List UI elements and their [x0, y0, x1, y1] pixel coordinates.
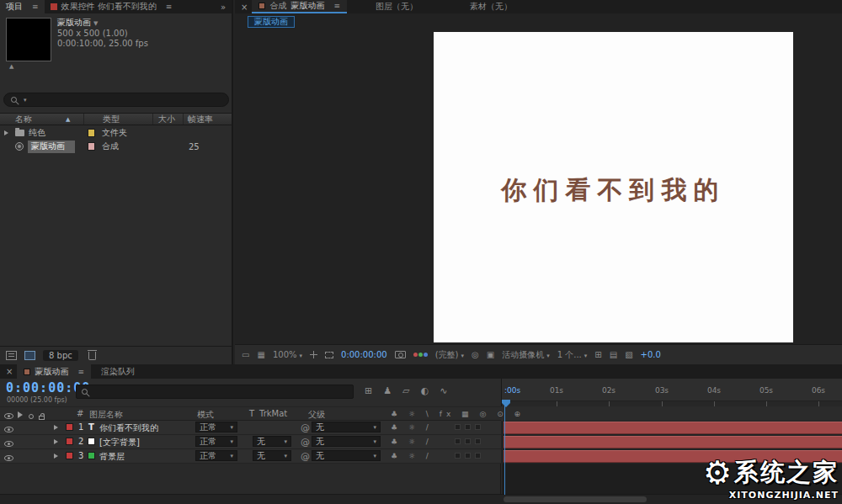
comp-breadcrumb-pill[interactable]: 蒙版动画 — [248, 16, 295, 28]
always-preview-icon[interactable]: ▭ — [242, 350, 249, 359]
layer-row-1[interactable]: 1 T 你们看不到我的 正常▾ @ 无▾ ♣ ☼ / — [0, 421, 842, 435]
active-camera-dropdown[interactable]: 活动摄像机▾ — [502, 349, 550, 361]
region-of-interest-icon[interactable] — [325, 352, 333, 358]
layer-switches-icons[interactable]: ♣ ☼ / — [391, 423, 433, 432]
expander-icon[interactable] — [4, 130, 11, 135]
parent-pickwhip-icon[interactable]: @ — [301, 451, 310, 462]
horizontal-scrollbar[interactable] — [504, 496, 647, 502]
composition-canvas[interactable]: 你们看不到我的 — [434, 32, 793, 342]
layer-expander-icon[interactable] — [54, 454, 61, 459]
switch-box[interactable] — [465, 453, 471, 459]
resolution-dropdown[interactable]: (完整)▾ — [435, 349, 464, 361]
switch-box[interactable] — [455, 424, 461, 430]
label-color-chip[interactable] — [88, 129, 95, 137]
column-type[interactable]: 类型 — [84, 114, 153, 125]
item-name[interactable]: 蒙版动画 — [28, 141, 75, 153]
comp-thumbnail[interactable] — [7, 19, 51, 61]
tab-effect-controls[interactable]: 效果控件 你们看不到我的 ≡ — [45, 0, 179, 13]
project-row-comp[interactable]: 蒙版动画 合成 25 — [0, 140, 232, 153]
visibility-eye-icon[interactable] — [4, 438, 13, 449]
exposure-value[interactable]: +0.0 — [641, 350, 661, 359]
tab-overflow-button[interactable]: » — [215, 0, 232, 13]
tab-footage[interactable]: 素材（无） — [463, 0, 519, 13]
transparency-grid-icon[interactable]: ▣ — [487, 350, 494, 359]
layer-expander-icon[interactable] — [54, 425, 61, 430]
interpret-footage-icon[interactable] — [6, 351, 17, 360]
create-folder-icon[interactable] — [24, 351, 35, 360]
time-ruler[interactable]: :00s 01s 02s 03s 04s 05s 06s — [501, 379, 842, 406]
close-icon[interactable]: × — [235, 0, 252, 13]
panel-menu-icon[interactable]: ≡ — [32, 3, 39, 11]
draft-3d-icon[interactable]: ♟ — [383, 385, 392, 396]
visibility-eye-icon[interactable] — [4, 453, 13, 464]
switch-box[interactable] — [455, 453, 461, 459]
comp-flowchart-icon[interactable]: ⊞ — [365, 385, 372, 396]
column-name[interactable]: 名称 ▲ — [0, 114, 84, 125]
shy-layers-icon[interactable]: ▱ — [402, 385, 409, 396]
fast-previews-icon[interactable]: ▤ — [610, 350, 617, 359]
blend-mode-dropdown[interactable]: 正常▾ — [195, 450, 237, 461]
trkmat-dropdown[interactable]: 无▾ — [253, 436, 291, 447]
visibility-eye-icon[interactable] — [4, 424, 13, 435]
zoom-dropdown[interactable]: 100%▾ — [273, 350, 302, 359]
magnification-grid-icon[interactable]: ▦ — [257, 350, 264, 359]
switch-box[interactable] — [475, 453, 481, 459]
pixel-aspect-icon[interactable]: ⊞ — [594, 350, 601, 359]
show-channels-icon[interactable] — [413, 353, 428, 357]
column-fps[interactable]: 帧速率 — [184, 114, 222, 125]
tab-composition[interactable]: 合成 蒙版动画 ≡ — [252, 0, 347, 13]
switch-box[interactable] — [475, 424, 481, 430]
layer-row-2[interactable]: 2 [文字背景] 正常▾ 无▾ @ 无▾ ♣ ☼ / — [0, 435, 842, 449]
col-t-label: T — [249, 409, 254, 418]
close-icon[interactable]: × — [0, 364, 17, 379]
switch-box[interactable] — [455, 438, 461, 444]
guides-crosshair-icon[interactable] — [310, 351, 317, 358]
tab-project[interactable]: 项目 ≡ — [0, 0, 45, 13]
parent-dropdown[interactable]: 无▾ — [312, 422, 381, 432]
layer-name[interactable]: 背景层 — [99, 451, 125, 463]
layer-row-left: 2 [文字背景] 正常▾ 无▾ @ 无▾ ♣ ☼ / — [0, 435, 501, 449]
parent-dropdown[interactable]: 无▾ — [312, 450, 381, 461]
layer-name[interactable]: 你们看不到我的 — [99, 422, 158, 434]
project-search-input[interactable]: ▾ — [3, 93, 229, 107]
label-color-chip[interactable] — [88, 142, 95, 151]
panel-menu-icon[interactable]: ≡ — [333, 2, 340, 10]
layer-switches-icons[interactable]: ♣ ☼ / — [391, 438, 433, 446]
column-size[interactable]: 大小 — [153, 114, 184, 125]
layer-duration-bar[interactable] — [504, 436, 842, 448]
timeline-flow-icon[interactable]: ▧ — [625, 350, 632, 359]
layer-expander-icon[interactable] — [54, 439, 61, 444]
layer-label-chip[interactable] — [66, 438, 73, 445]
tab-layer[interactable]: 图层（无） — [369, 0, 424, 13]
layer-switches-icons[interactable]: ♣ ☼ / — [391, 452, 433, 460]
panel-menu-icon[interactable]: ≡ — [166, 3, 173, 11]
tab-render-queue[interactable]: 渲染队列 — [91, 364, 145, 379]
comp-info-name[interactable]: 蒙版动画▼ — [57, 18, 148, 29]
layer-label-chip[interactable] — [66, 423, 73, 431]
view-layout-dropdown[interactable]: 1 个...▾ — [557, 349, 588, 361]
snapshot-camera-icon[interactable] — [395, 351, 406, 358]
parent-pickwhip-icon[interactable]: @ — [301, 437, 310, 448]
target-icon[interactable]: ◎ — [472, 350, 479, 359]
playhead-line[interactable] — [504, 401, 505, 495]
parent-pickwhip-icon[interactable]: @ — [301, 422, 310, 433]
layer-duration-bar[interactable] — [504, 422, 842, 434]
project-row-solids-folder[interactable]: 纯色 文件夹 — [0, 126, 232, 140]
switch-box[interactable] — [475, 438, 481, 444]
frame-blending-icon[interactable]: ◐ — [421, 385, 429, 396]
blend-mode-dropdown[interactable]: 正常▾ — [195, 422, 237, 432]
switch-box[interactable] — [465, 424, 471, 430]
bit-depth-button[interactable]: 8 bpc — [43, 350, 78, 361]
panel-menu-icon[interactable]: ≡ — [77, 368, 84, 376]
motion-blur-icon[interactable]: ∿ — [440, 385, 447, 396]
trash-icon[interactable] — [88, 352, 96, 360]
parent-dropdown[interactable]: 无▾ — [312, 436, 381, 447]
viewer-timecode[interactable]: 0:00:00:00 — [341, 350, 387, 359]
tab-timeline-comp[interactable]: 蒙版动画 ≡ — [17, 364, 91, 379]
blend-mode-dropdown[interactable]: 正常▾ — [195, 436, 237, 447]
layer-label-chip[interactable] — [66, 452, 73, 459]
timeline-search-input[interactable] — [76, 385, 354, 399]
layer-name[interactable]: [文字背景] — [99, 437, 140, 448]
switch-box[interactable] — [465, 438, 471, 444]
trkmat-dropdown[interactable]: 无▾ — [253, 450, 291, 461]
